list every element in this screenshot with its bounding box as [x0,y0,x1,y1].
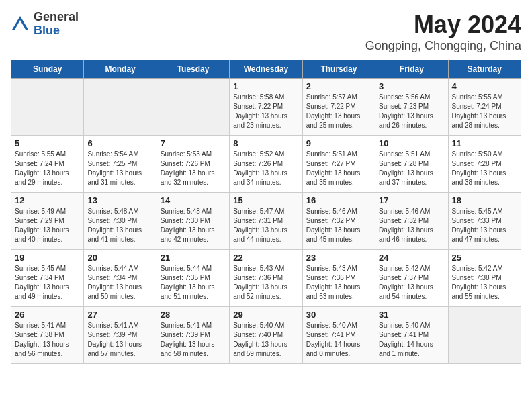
day-number: 28 [161,310,226,320]
day-info: Sunrise: 5:46 AMSunset: 7:32 PMDaylight:… [379,207,444,244]
calendar-cell: 7Sunrise: 5:53 AMSunset: 7:26 PMDaylight… [157,136,229,193]
day-number: 12 [15,195,80,205]
day-info: Sunrise: 5:45 AMSunset: 7:34 PMDaylight:… [15,264,80,302]
day-info: Sunrise: 5:51 AMSunset: 7:27 PMDaylight:… [306,150,371,187]
calendar-cell [157,79,229,136]
day-info: Sunrise: 5:42 AMSunset: 7:37 PMDaylight:… [379,264,444,302]
day-number: 24 [379,253,444,263]
day-info: Sunrise: 5:47 AMSunset: 7:31 PMDaylight:… [233,207,298,244]
day-number: 16 [306,195,371,205]
day-info: Sunrise: 5:55 AMSunset: 7:24 PMDaylight:… [15,150,80,187]
week-row-5: 26Sunrise: 5:41 AMSunset: 7:38 PMDayligh… [11,307,521,364]
day-number: 8 [233,138,298,148]
day-number: 9 [306,138,371,148]
logo-blue-text: Blue [34,24,79,38]
day-info: Sunrise: 5:43 AMSunset: 7:36 PMDaylight:… [306,264,371,302]
day-info: Sunrise: 5:45 AMSunset: 7:33 PMDaylight:… [452,207,517,244]
calendar-cell: 23Sunrise: 5:43 AMSunset: 7:36 PMDayligh… [302,250,375,307]
calendar-cell: 25Sunrise: 5:42 AMSunset: 7:38 PMDayligh… [448,250,521,307]
calendar-cell [448,307,521,364]
calendar-cell: 22Sunrise: 5:43 AMSunset: 7:36 PMDayligh… [230,250,302,307]
calendar-cell: 14Sunrise: 5:48 AMSunset: 7:30 PMDayligh… [157,193,229,250]
day-number: 4 [452,81,517,91]
calendar-cell: 3Sunrise: 5:56 AMSunset: 7:23 PMDaylight… [375,79,448,136]
week-row-3: 12Sunrise: 5:49 AMSunset: 7:29 PMDayligh… [11,193,521,250]
calendar-table: SundayMondayTuesdayWednesdayThursdayFrid… [11,60,521,364]
calendar-cell: 19Sunrise: 5:45 AMSunset: 7:34 PMDayligh… [11,250,84,307]
day-info: Sunrise: 5:40 AMSunset: 7:41 PMDaylight:… [306,321,371,359]
day-number: 3 [379,81,444,91]
header-tuesday: Tuesday [157,60,229,79]
day-number: 1 [233,81,298,91]
day-info: Sunrise: 5:41 AMSunset: 7:38 PMDaylight:… [15,321,80,359]
calendar-cell: 31Sunrise: 5:40 AMSunset: 7:41 PMDayligh… [375,307,448,364]
logo-general-text: General [34,11,79,24]
calendar-cell: 24Sunrise: 5:42 AMSunset: 7:37 PMDayligh… [375,250,448,307]
calendar-cell: 20Sunrise: 5:44 AMSunset: 7:34 PMDayligh… [84,250,157,307]
week-row-2: 5Sunrise: 5:55 AMSunset: 7:24 PMDaylight… [11,136,521,193]
day-number: 29 [233,310,298,320]
day-info: Sunrise: 5:41 AMSunset: 7:39 PMDaylight:… [161,321,226,359]
day-number: 22 [233,253,298,263]
calendar-header-row: SundayMondayTuesdayWednesdayThursdayFrid… [11,60,521,79]
day-info: Sunrise: 5:56 AMSunset: 7:23 PMDaylight:… [379,93,444,130]
day-info: Sunrise: 5:42 AMSunset: 7:38 PMDaylight:… [452,264,517,302]
calendar-cell [84,79,157,136]
logo-text: General Blue [34,11,79,38]
header-saturday: Saturday [448,60,521,79]
day-number: 17 [379,195,444,205]
header-thursday: Thursday [302,60,375,79]
day-info: Sunrise: 5:53 AMSunset: 7:26 PMDaylight:… [161,150,226,187]
day-info: Sunrise: 5:44 AMSunset: 7:34 PMDaylight:… [87,264,152,302]
logo-icon [11,15,30,34]
calendar-cell: 11Sunrise: 5:50 AMSunset: 7:28 PMDayligh… [448,136,521,193]
day-number: 7 [161,138,226,148]
calendar-cell: 27Sunrise: 5:41 AMSunset: 7:39 PMDayligh… [84,307,157,364]
header-wednesday: Wednesday [230,60,302,79]
day-number: 2 [306,81,371,91]
calendar-cell: 18Sunrise: 5:45 AMSunset: 7:33 PMDayligh… [448,193,521,250]
month-title: May 2024 [365,11,521,39]
page-header: General Blue May 2024 Gongping, Chongqin… [11,11,521,53]
day-number: 19 [15,253,80,263]
day-info: Sunrise: 5:50 AMSunset: 7:28 PMDaylight:… [452,150,517,187]
day-info: Sunrise: 5:46 AMSunset: 7:32 PMDaylight:… [306,207,371,244]
day-number: 25 [452,253,517,263]
day-info: Sunrise: 5:48 AMSunset: 7:30 PMDaylight:… [87,207,152,244]
day-info: Sunrise: 5:44 AMSunset: 7:35 PMDaylight:… [161,264,226,302]
day-number: 20 [87,253,152,263]
day-info: Sunrise: 5:48 AMSunset: 7:30 PMDaylight:… [161,207,226,244]
calendar-cell: 1Sunrise: 5:58 AMSunset: 7:22 PMDaylight… [230,79,302,136]
header-sunday: Sunday [11,60,84,79]
day-number: 31 [379,310,444,320]
day-number: 18 [452,195,517,205]
location-title: Gongping, Chongqing, China [365,39,521,53]
calendar-cell: 5Sunrise: 5:55 AMSunset: 7:24 PMDaylight… [11,136,84,193]
calendar-cell: 4Sunrise: 5:55 AMSunset: 7:24 PMDaylight… [448,79,521,136]
day-number: 27 [87,310,152,320]
day-number: 14 [161,195,226,205]
day-info: Sunrise: 5:57 AMSunset: 7:22 PMDaylight:… [306,93,371,130]
calendar-cell: 16Sunrise: 5:46 AMSunset: 7:32 PMDayligh… [302,193,375,250]
day-info: Sunrise: 5:54 AMSunset: 7:25 PMDaylight:… [87,150,152,187]
day-number: 6 [87,138,152,148]
header-friday: Friday [375,60,448,79]
calendar-cell: 26Sunrise: 5:41 AMSunset: 7:38 PMDayligh… [11,307,84,364]
calendar-cell: 6Sunrise: 5:54 AMSunset: 7:25 PMDaylight… [84,136,157,193]
calendar-cell: 30Sunrise: 5:40 AMSunset: 7:41 PMDayligh… [302,307,375,364]
week-row-1: 1Sunrise: 5:58 AMSunset: 7:22 PMDaylight… [11,79,521,136]
day-info: Sunrise: 5:43 AMSunset: 7:36 PMDaylight:… [233,264,298,302]
day-number: 10 [379,138,444,148]
day-info: Sunrise: 5:40 AMSunset: 7:41 PMDaylight:… [379,321,444,359]
header-monday: Monday [84,60,157,79]
day-number: 23 [306,253,371,263]
title-block: May 2024 Gongping, Chongqing, China [365,11,521,53]
calendar-cell: 15Sunrise: 5:47 AMSunset: 7:31 PMDayligh… [230,193,302,250]
day-number: 11 [452,138,517,148]
calendar-cell: 9Sunrise: 5:51 AMSunset: 7:27 PMDaylight… [302,136,375,193]
day-number: 30 [306,310,371,320]
day-info: Sunrise: 5:41 AMSunset: 7:39 PMDaylight:… [87,321,152,359]
calendar-cell: 10Sunrise: 5:51 AMSunset: 7:28 PMDayligh… [375,136,448,193]
day-info: Sunrise: 5:49 AMSunset: 7:29 PMDaylight:… [15,207,80,244]
day-number: 21 [161,253,226,263]
